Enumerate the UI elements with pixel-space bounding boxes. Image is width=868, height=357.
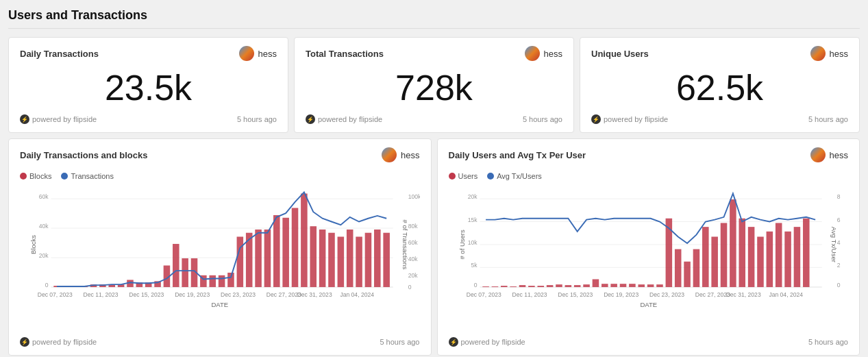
svg-rect-112 [803, 219, 810, 287]
flipside-logo-2: ⚡ [306, 114, 315, 124]
svg-rect-104 [730, 199, 736, 287]
legend-users: Users [449, 172, 478, 180]
daily-tx-username: hess [258, 49, 277, 59]
svg-rect-40 [292, 208, 299, 287]
svg-rect-109 [775, 223, 782, 287]
chart2-user: hess [810, 147, 848, 162]
total-tx-timestamp: 5 hours ago [523, 115, 562, 123]
chart1-svg: 60k 40k 20k 0 100k 80k 60k 40k 20k 0 [20, 186, 420, 330]
svg-text:0: 0 [45, 282, 49, 288]
svg-text:Dec 23, 2023: Dec 23, 2023 [221, 291, 256, 298]
daily-tx-user: hess [239, 46, 277, 61]
svg-rect-42 [310, 226, 317, 287]
total-tx-username: hess [544, 49, 562, 59]
svg-rect-82 [528, 286, 535, 287]
svg-rect-45 [338, 236, 345, 287]
svg-rect-93 [629, 284, 636, 287]
powered-by-label-4: powered by flipside [32, 338, 97, 346]
chart1-timestamp: 5 hours ago [380, 338, 419, 346]
svg-rect-44 [328, 233, 335, 287]
powered-by-label: powered by flipside [32, 115, 97, 123]
powered-by-label-5: powered by flipside [461, 338, 525, 346]
svg-text:20k: 20k [408, 272, 419, 279]
svg-rect-49 [374, 230, 381, 287]
svg-rect-77 [482, 286, 489, 287]
svg-rect-27 [173, 244, 179, 287]
svg-rect-43 [319, 230, 326, 287]
svg-rect-107 [757, 236, 764, 287]
svg-text:Dec 31, 2023: Dec 31, 2023 [297, 291, 332, 298]
svg-rect-91 [610, 284, 617, 287]
svg-rect-88 [583, 284, 590, 287]
chart2-footer: ⚡ powered by flipside 5 hours ago [449, 337, 849, 347]
svg-rect-86 [565, 285, 571, 287]
svg-text:Dec 15, 2023: Dec 15, 2023 [129, 291, 164, 298]
svg-text:40k: 40k [39, 223, 49, 230]
svg-rect-78 [491, 286, 498, 287]
chart1-title: Daily Transactions and blocks [20, 150, 147, 160]
unique-users-footer: ⚡ powered by flipside 5 hours ago [591, 114, 848, 124]
svg-rect-101 [702, 227, 709, 287]
powered-by-total-tx: ⚡ powered by flipside [306, 114, 382, 124]
svg-rect-100 [693, 249, 699, 287]
legend-transactions-label: Transactions [71, 172, 114, 180]
legend-blocks: Blocks [20, 172, 51, 180]
svg-rect-50 [383, 233, 390, 287]
flipside-logo-5: ⚡ [449, 337, 458, 347]
svg-text:100k: 100k [408, 193, 420, 200]
flipside-logo-3: ⚡ [591, 114, 601, 124]
avatar-unique-users [810, 46, 826, 61]
powered-by-chart2: ⚡ powered by flipside [449, 337, 525, 347]
unique-users-card: Unique Users hess 62.5k ⚡ powered by fli… [580, 37, 860, 133]
svg-rect-102 [711, 236, 718, 287]
total-tx-value: 728k [306, 66, 562, 109]
svg-rect-85 [556, 284, 562, 287]
flipside-logo-4: ⚡ [20, 337, 29, 347]
svg-text:Dec 23, 2023: Dec 23, 2023 [649, 291, 684, 298]
svg-text:# of Transactions: # of Transactions [401, 220, 409, 270]
svg-text:6: 6 [836, 217, 840, 223]
svg-rect-37 [264, 230, 271, 287]
unique-users-user: hess [810, 46, 848, 61]
svg-text:Dec 27, 2023: Dec 27, 2023 [695, 291, 730, 298]
svg-rect-105 [739, 219, 745, 287]
chart2-svg: 20k 15k 10k 5k 0 8 6 4 2 0 [449, 186, 849, 330]
unique-users-title: Unique Users [591, 49, 649, 59]
svg-text:20k: 20k [39, 252, 49, 259]
svg-rect-98 [674, 249, 681, 287]
svg-rect-80 [510, 286, 517, 287]
svg-rect-95 [647, 284, 654, 287]
svg-text:Jan 04, 2024: Jan 04, 2024 [340, 291, 374, 298]
svg-text:Dec 15, 2023: Dec 15, 2023 [558, 291, 593, 298]
avatar-daily-tx [239, 46, 254, 61]
svg-text:Dec 11, 2023: Dec 11, 2023 [512, 291, 547, 298]
svg-rect-48 [365, 233, 372, 287]
svg-rect-87 [573, 285, 580, 287]
metrics-row: Daily Transactions hess 23.5k ⚡ powered … [8, 37, 860, 133]
legend-avg-tx-dot [487, 173, 494, 180]
chart1-username: hess [401, 150, 419, 160]
svg-rect-38 [273, 215, 280, 287]
svg-rect-46 [347, 230, 354, 287]
svg-rect-96 [656, 284, 663, 287]
chart1-user: hess [382, 147, 419, 162]
flipside-logo: ⚡ [20, 114, 29, 124]
svg-rect-28 [182, 258, 188, 287]
chart1-footer: ⚡ powered by flipside 5 hours ago [20, 337, 420, 347]
svg-text:0: 0 [473, 282, 477, 288]
svg-text:10k: 10k [467, 239, 478, 246]
svg-text:2: 2 [836, 262, 840, 269]
svg-text:15k: 15k [467, 217, 478, 223]
svg-text:Avg Tx/User: Avg Tx/User [830, 227, 838, 263]
page-title: Users and Transactions [8, 8, 860, 29]
total-tx-title: Total Transactions [306, 49, 384, 59]
total-transactions-card: Total Transactions hess 728k ⚡ powered b… [294, 37, 574, 133]
daily-tx-blocks-card: Daily Transactions and blocks hess Block… [8, 138, 432, 356]
legend-avg-tx: Avg Tx/Users [487, 172, 542, 180]
page-container: Users and Transactions Daily Transaction… [0, 0, 868, 357]
svg-rect-99 [684, 262, 691, 287]
avatar-chart1 [382, 147, 397, 162]
card-header-daily-tx: Daily Transactions hess [20, 46, 277, 61]
total-tx-footer: ⚡ powered by flipside 5 hours ago [306, 114, 562, 124]
chart2-header: Daily Users and Avg Tx Per User hess [449, 147, 849, 162]
